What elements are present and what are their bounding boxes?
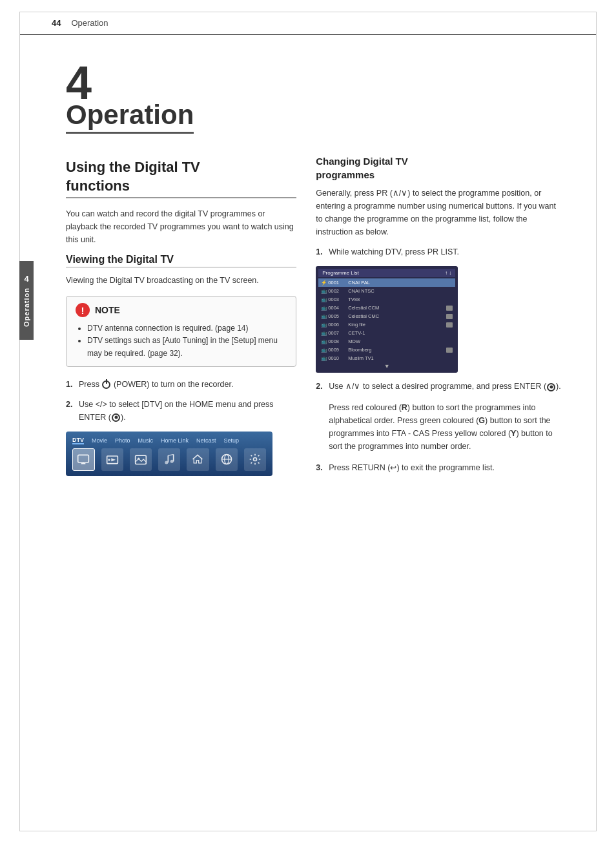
- prog-icon-4: [446, 306, 453, 311]
- prog-list-arrow: ▼: [318, 362, 455, 370]
- menu-item-netcast: Netcast: [196, 437, 216, 444]
- home-menu-mockup: DTV Movie Photo Music Home Link Netcast …: [66, 432, 272, 476]
- note-list: DTV antenna connection is required. (pag…: [76, 322, 287, 360]
- prog-row-3: 📺 0003 TV88: [318, 295, 455, 304]
- page-border-top: [19, 12, 597, 12]
- svg-point-4: [108, 459, 110, 461]
- prog-list-header: Programme List ↑ ↓: [318, 269, 455, 277]
- movie-icon-box: [101, 448, 123, 471]
- content-area: 4 Operation 4 Operation Using the Digita…: [19, 35, 597, 486]
- svg-rect-0: [78, 455, 89, 463]
- right-step-2: 2. Use ∧/∨ to select a desired programme…: [316, 380, 564, 393]
- setup-icon: [249, 453, 262, 466]
- step1-num: 1.: [66, 379, 79, 391]
- homelink-icon-box: [187, 448, 209, 471]
- menu-item-setup: Setup: [224, 437, 240, 444]
- dtv-icon-box: [72, 448, 95, 471]
- right-column: Changing Digital TV programmes Generally…: [316, 35, 564, 486]
- viewing-title: Viewing the Digital TV: [66, 254, 296, 267]
- left-step-1: 1. Press (POWER) to turn on the recorder…: [66, 379, 296, 391]
- prog-row-8: 📺 0008 MDW: [318, 337, 455, 346]
- netcast-icon-box: [216, 448, 238, 471]
- right-step-3: 3. Press RETURN (↩) to exit the programm…: [316, 462, 564, 474]
- note-header: ! NOTE: [76, 303, 287, 317]
- setup-icon-box: [244, 448, 266, 471]
- page-header: 44 Operation: [19, 0, 597, 35]
- step2-num: 2.: [66, 399, 79, 411]
- step1-text: Press (POWER) to turn on the recorder.: [79, 379, 296, 391]
- homelink-icon: [191, 453, 204, 466]
- right-intro-text: Generally, press PR (∧/∨) to select the …: [316, 187, 564, 238]
- page-section: Operation: [71, 18, 108, 28]
- prog-row-2: 📺 0002 CNAI NTSC: [318, 287, 455, 295]
- enter-icon-left: [112, 413, 120, 422]
- music-icon-box: [158, 448, 180, 471]
- sidebar-tab-label: Operation: [23, 287, 30, 327]
- prog-icon-6: [446, 322, 453, 328]
- intro-text: You can watch and record the digital TV …: [66, 207, 296, 246]
- return-icon: ↩: [390, 463, 396, 472]
- svg-line-12: [168, 455, 173, 456]
- menu-item-movie: Movie: [92, 437, 107, 444]
- movie-icon: [106, 453, 119, 466]
- menu-item-homelink: Home Link: [161, 437, 189, 444]
- right-step2-extra: Press red coloured (R) button to sort th…: [329, 401, 564, 453]
- right-step1-num: 1.: [316, 246, 329, 258]
- menu-item-dtv: DTV: [72, 437, 84, 444]
- right-step1-text: While watching DTV, press PR LIST.: [329, 246, 564, 258]
- power-icon: [102, 380, 110, 389]
- menu-item-music: Music: [138, 437, 154, 444]
- photo-icon-box: [130, 448, 152, 471]
- page-number: 44: [52, 18, 61, 28]
- right-step3-text: Press RETURN (↩) to exit the programme l…: [329, 462, 564, 474]
- note-title: NOTE: [95, 305, 120, 315]
- right-section-title: Changing Digital TV programmes: [316, 154, 564, 182]
- prog-row-1: ⚡ 0001 CNAI PAL: [318, 278, 455, 287]
- right-step2-text: Use ∧/∨ to select a desired programme, a…: [329, 380, 564, 393]
- prog-row-7: 📺 0007 CETV-1: [318, 329, 455, 337]
- home-menu-items: DTV Movie Photo Music Home Link Netcast …: [72, 437, 266, 444]
- music-icon: [163, 453, 176, 466]
- sidebar-tab: 4 Operation: [19, 261, 34, 340]
- right-step-1: 1. While watching DTV, press PR LIST.: [316, 246, 564, 258]
- menu-item-photo: Photo: [115, 437, 130, 444]
- viewing-text: Viewing the Digital TV broadcasting on t…: [66, 274, 296, 287]
- prog-row-9: 📺 0009 Bloomberg: [318, 346, 455, 354]
- chapter-title: Operation: [66, 99, 194, 134]
- netcast-icon: [220, 453, 233, 466]
- programme-list-mockup: Programme List ↑ ↓ ⚡ 0001 CNAI PAL 📺 000…: [316, 266, 458, 373]
- page-border-bottom: [19, 831, 597, 831]
- svg-point-16: [253, 458, 256, 461]
- prog-row-6: 📺 0006 King file: [318, 320, 455, 329]
- note-item-1: DTV antenna connection is required. (pag…: [87, 322, 287, 335]
- prog-icon-5: [446, 314, 453, 319]
- prog-icon-9: [446, 348, 453, 353]
- main-section-title: Using the Digital TV functions: [66, 158, 296, 198]
- prog-row-10: 📺 0010 Muslim TV1: [318, 354, 455, 362]
- sidebar-tab-number: 4: [24, 274, 28, 284]
- note-item-2: DTV settings such as [Auto Tuning] in th…: [87, 335, 287, 359]
- photo-icon: [134, 453, 147, 466]
- right-step3-num: 3.: [316, 462, 329, 474]
- prog-row-5: 📺 0005 Celestial CMC: [318, 312, 455, 320]
- left-column: 4 Operation Using the Digital TV functio…: [66, 35, 316, 486]
- prog-row-4: 📺 0004 Celestial CCM: [318, 304, 455, 312]
- right-step2-num: 2.: [316, 380, 329, 393]
- svg-marker-5: [111, 459, 116, 462]
- left-step-2: 2. Use </> to select [DTV] on the HOME m…: [66, 399, 296, 424]
- note-icon: !: [76, 303, 90, 317]
- home-menu-icons: [72, 448, 266, 471]
- step2-text: Use </> to select [DTV] on the HOME menu…: [79, 399, 296, 424]
- note-box: ! NOTE DTV antenna connection is require…: [66, 296, 296, 367]
- dtv-icon: [77, 453, 90, 466]
- enter-icon-right: [547, 383, 555, 391]
